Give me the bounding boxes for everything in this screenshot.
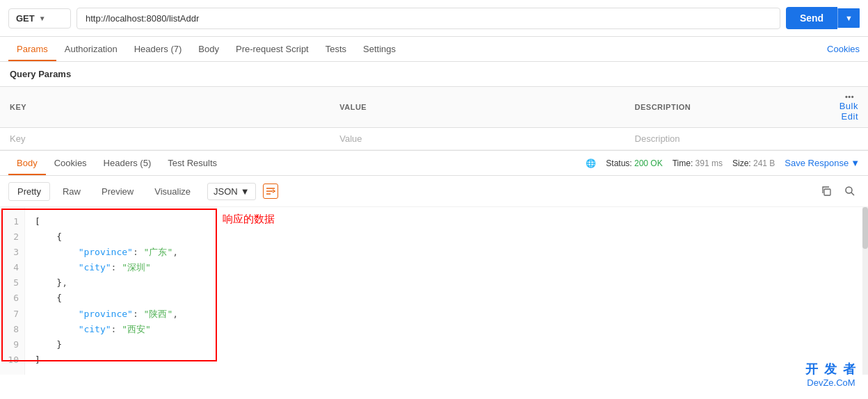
response-meta: 🌐 Status: 200 OK Time: 391 ms Size: 241 … [586, 158, 860, 168]
value-cell[interactable]: Value [330, 128, 625, 150]
response-tab-test-results[interactable]: Test Results [159, 151, 225, 175]
annotation-label: 响应的数据 [223, 213, 275, 226]
response-tab-headers[interactable]: Headers (5) [95, 151, 160, 175]
tab-body[interactable]: Body [190, 37, 227, 61]
svg-line-5 [851, 193, 854, 195]
col-header-key: KEY [0, 87, 330, 128]
query-params-header: Query Params [0, 62, 868, 86]
format-tab-visualize[interactable]: Visualize [146, 183, 199, 200]
search-icon[interactable] [840, 181, 860, 201]
copy-icon[interactable] [817, 181, 836, 201]
size-label: Size: 241 B [732, 158, 775, 168]
globe-icon: 🌐 [586, 158, 596, 168]
format-select-chevron-icon: ▼ [241, 186, 250, 197]
code-area: 1 2 3 4 5 6 7 8 9 10 [ { "province": "广东… [0, 207, 868, 375]
code-content: [ { "province": "广东", "city": "深圳" }, { … [25, 207, 868, 375]
method-dropdown[interactable]: GET ▼ [8, 8, 71, 28]
col-header-value: VALUE [330, 87, 625, 128]
status-label: Status: 200 OK [606, 158, 662, 168]
save-response-button[interactable]: Save Response ▼ [785, 158, 860, 168]
format-select-value: JSON [214, 186, 238, 197]
svg-rect-3 [824, 189, 830, 195]
format-select-dropdown[interactable]: JSON ▼ [207, 183, 256, 200]
send-dropdown-button[interactable]: ▼ [837, 8, 860, 28]
key-cell[interactable]: Key [0, 128, 330, 150]
svg-point-4 [846, 187, 852, 193]
response-tabs-row: Body Cookies Headers (5) Test Results 🌐 … [0, 151, 868, 176]
tab-pre-request-script[interactable]: Pre-request Script [227, 37, 317, 61]
format-tab-raw[interactable]: Raw [54, 183, 89, 200]
response-tab-body[interactable]: Body [8, 151, 46, 175]
ellipsis-icon[interactable]: ••• [845, 92, 854, 101]
format-tab-pretty[interactable]: Pretty [8, 182, 50, 201]
url-bar: GET ▼ Send ▼ [0, 0, 868, 37]
col-header-action: ••• Bulk Edit [816, 87, 868, 128]
tab-authorization[interactable]: Authorization [56, 37, 126, 61]
method-chevron-icon: ▼ [39, 15, 46, 22]
tab-params[interactable]: Params [8, 37, 56, 61]
format-tab-preview[interactable]: Preview [93, 183, 142, 200]
format-tabs-row: Pretty Raw Preview Visualize JSON ▼ [0, 176, 868, 207]
response-section: Body Cookies Headers (5) Test Results 🌐 … [0, 150, 868, 375]
bulk-edit-button[interactable]: Bulk Edit [839, 101, 858, 122]
line-numbers: 1 2 3 4 5 6 7 8 9 10 [0, 207, 25, 375]
send-button-group: Send ▼ [786, 7, 860, 29]
cookies-link[interactable]: Cookies [827, 44, 860, 54]
params-table: KEY VALUE DESCRIPTION ••• Bulk Edit Key … [0, 86, 868, 150]
request-tabs-row: Params Authorization Headers (7) Body Pr… [0, 37, 868, 62]
method-value: GET [16, 13, 35, 24]
size-value: 241 B [753, 158, 775, 168]
scrollbar-thumb[interactable] [862, 207, 868, 249]
table-row: Key Value Description [0, 128, 868, 150]
watermark: 开 发 者 DevZe.CoM [805, 361, 857, 375]
response-tab-cookies[interactable]: Cookies [46, 151, 95, 175]
tab-settings[interactable]: Settings [355, 37, 404, 61]
save-response-chevron-icon: ▼ [851, 158, 860, 168]
send-button[interactable]: Send [786, 7, 837, 29]
col-header-description: DESCRIPTION [625, 87, 817, 128]
description-cell[interactable]: Description [625, 128, 817, 150]
scrollbar-track[interactable] [862, 207, 868, 375]
url-input[interactable] [77, 8, 780, 29]
time-label: Time: 391 ms [673, 158, 723, 168]
tab-tests[interactable]: Tests [317, 37, 355, 61]
watermark-top: 开 发 者 [805, 361, 857, 375]
tab-headers[interactable]: Headers (7) [126, 37, 191, 61]
status-value: 200 OK [634, 158, 663, 168]
wrap-text-icon[interactable] [263, 184, 278, 199]
time-value: 391 ms [696, 158, 723, 168]
